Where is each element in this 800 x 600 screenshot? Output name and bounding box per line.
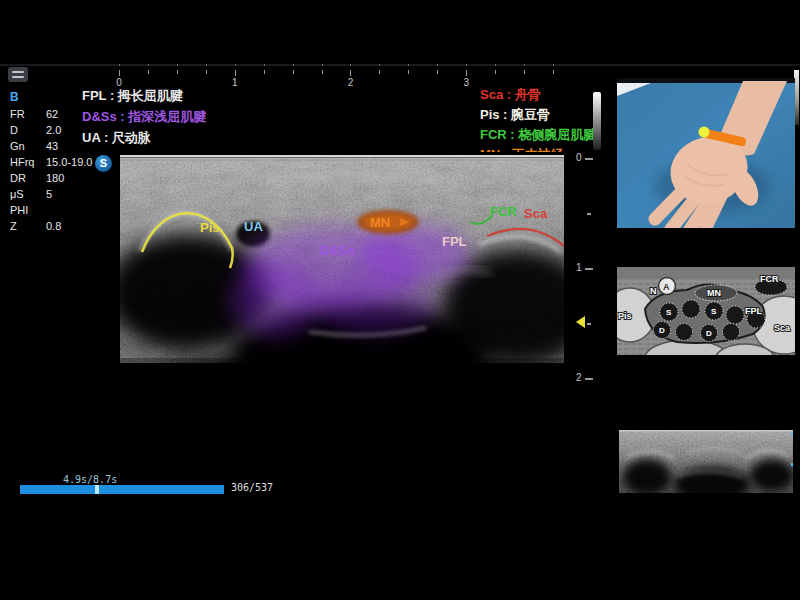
ruler-minor-tick — [177, 64, 178, 66]
ruler-tick — [437, 70, 438, 74]
param-label: Z — [10, 218, 46, 234]
ruler-top-label: 3 — [463, 77, 469, 88]
ruler-minor-tick — [379, 64, 380, 66]
legend-item: Pis : 腕豆骨 — [480, 105, 596, 125]
ultrasound-screen: B FR62D2.0Gn43HFrq15.0-19.0DR180μS5PHIZ0… — [0, 0, 800, 600]
ruler-tick — [408, 70, 409, 74]
ruler-minor-tick — [408, 64, 409, 66]
diagram-label-s: S — [666, 308, 672, 317]
cine-time-label: 4.9s/8.7s — [63, 474, 117, 485]
ruler-right-label: 1 — [576, 262, 582, 273]
param-label: D — [10, 122, 46, 138]
diagram-label-n: N — [650, 286, 657, 296]
ruler-tick — [350, 70, 351, 76]
reference-scan-thumbnail[interactable] — [617, 427, 795, 500]
ruler-right-tick — [585, 158, 593, 160]
param-label: PHI — [10, 202, 46, 218]
label-dss: D&Ss — [320, 243, 355, 258]
legend-item: D&Ss : 指深浅屈肌腱 — [82, 106, 206, 127]
ruler-tick — [119, 70, 120, 76]
focus-marker-icon[interactable] — [576, 316, 585, 328]
main-ultrasound-image[interactable]: Pis UA D&Ss MN FPL FCR Sca — [120, 152, 564, 444]
probe-marker-dot — [699, 127, 710, 138]
thumb-tick — [791, 433, 793, 436]
legend-item: UA : 尺动脉 — [82, 127, 206, 148]
diagram-label-fcr: FCR — [760, 274, 779, 284]
ruler-minor-tick — [206, 64, 207, 66]
ruler-right-label: 2 — [576, 372, 582, 383]
diagram-label-s2: S — [711, 307, 717, 316]
cine-frame-counter: 306/537 — [231, 482, 273, 493]
param-row-hfrq: HFrq15.0-19.0 — [10, 154, 105, 170]
param-value: 0.8 — [46, 218, 105, 234]
ruler-tick — [206, 70, 207, 74]
ruler-minor-tick — [322, 64, 323, 66]
param-row-μs: μS5 — [10, 186, 105, 202]
thumb-tick — [791, 463, 793, 466]
thumb-skin-line — [619, 430, 793, 432]
ruler-top-label: 1 — [232, 77, 238, 88]
ruler-tick — [264, 70, 265, 74]
ruler-right-minor-tick — [587, 213, 591, 215]
diagram-label-fpl: FPL — [745, 306, 763, 316]
ruler-minor-tick — [119, 64, 120, 66]
diagram-label-d2: D — [706, 329, 712, 338]
skin-line-2 — [120, 160, 564, 161]
param-label: FR — [10, 106, 46, 122]
param-row-phi: PHI — [10, 202, 105, 218]
ruler-right-label: 0 — [576, 152, 582, 163]
ruler-tick — [466, 70, 467, 76]
anatomy-diagram[interactable]: Pis N A MN FCR FPL Sca S S D D — [617, 267, 795, 355]
label-ua: UA — [244, 219, 263, 234]
ruler-top-label: 2 — [348, 77, 354, 88]
param-value — [46, 202, 105, 218]
diagram-label-pis: Pis — [618, 311, 632, 321]
ruler-minor-tick — [148, 64, 149, 66]
ruler-minor-tick — [293, 64, 294, 66]
label-fpl: FPL — [442, 234, 467, 249]
ruler-tick — [293, 70, 294, 74]
ruler-tick — [524, 70, 525, 74]
ruler-minor-tick — [264, 64, 265, 66]
ruler-minor-tick — [524, 64, 525, 66]
legend-left: FPL : 拇长屈肌腱D&Ss : 指深浅屈肌腱UA : 尺动脉 — [82, 85, 206, 148]
param-label: Gn — [10, 138, 46, 154]
menu-icon[interactable] — [8, 67, 28, 82]
ruler-tick — [495, 70, 496, 74]
diagram-label-mn: MN — [707, 288, 721, 298]
diagram-label-d: D — [659, 326, 665, 335]
menu-icon-bar — [12, 71, 24, 73]
ruler-tick — [235, 70, 236, 76]
param-row-dr: DR180 — [10, 170, 105, 186]
ruler-tick — [177, 70, 178, 74]
label-mn: MN — [370, 215, 390, 230]
ruler-right-tick — [585, 378, 593, 380]
param-label: HFrq — [10, 154, 46, 170]
ruler-right-tick — [585, 268, 593, 270]
ruler-minor-tick — [350, 64, 351, 66]
skin-line — [120, 155, 564, 158]
label-sca: Sca — [524, 206, 548, 221]
probe-position-photo[interactable] — [617, 78, 795, 228]
ruler-tick — [322, 70, 323, 74]
ruler-tick — [553, 70, 554, 74]
ruler-top-label: 0 — [116, 77, 122, 88]
param-label: DR — [10, 170, 46, 186]
ruler-minor-tick — [495, 64, 496, 66]
ruler-right-minor-tick — [587, 323, 591, 325]
diagram-label-a: A — [663, 282, 670, 292]
mode-badge: B — [10, 90, 19, 104]
cine-position-marker[interactable] — [95, 485, 99, 494]
ruler-minor-tick — [235, 64, 236, 66]
param-row-z: Z0.8 — [10, 218, 105, 234]
ruler-minor-tick — [437, 64, 438, 66]
menu-icon-bar — [12, 76, 24, 78]
grayscale-map-bar — [593, 92, 601, 150]
legend-item: FPL : 拇长屈肌腱 — [82, 85, 206, 106]
legend-item: Sca : 舟骨 — [480, 85, 596, 105]
cine-progress-bar[interactable] — [20, 485, 224, 494]
label-pis: Pis — [200, 220, 220, 235]
diagram-label-sca: Sca — [774, 323, 791, 333]
ruler-tick — [379, 70, 380, 74]
param-value: 180 — [46, 170, 105, 186]
